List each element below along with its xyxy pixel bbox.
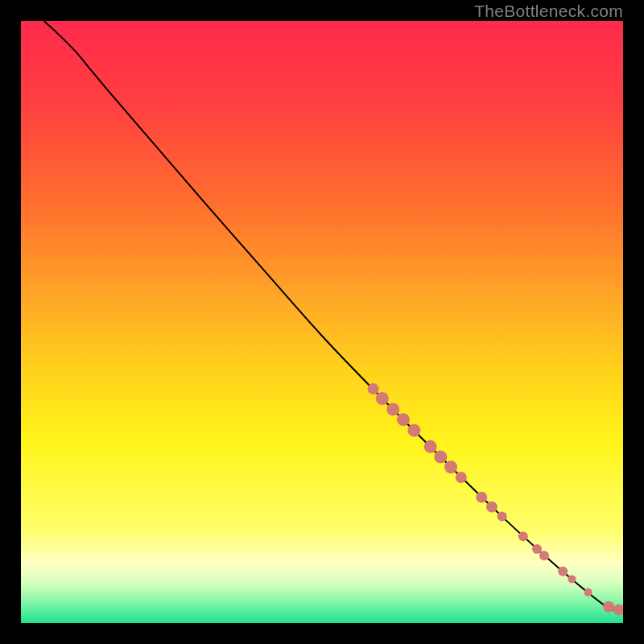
curve-marker (386, 402, 399, 415)
plot-area (21, 21, 623, 623)
watermark-text: TheBottleneck.com (474, 2, 623, 21)
curve-marker (444, 460, 457, 473)
gradient-background (21, 21, 623, 623)
curve-marker (539, 551, 549, 560)
curve-marker (568, 575, 576, 583)
curve-marker (486, 502, 497, 513)
curve-marker (376, 392, 389, 405)
curve-marker (424, 440, 437, 453)
curve-marker (476, 492, 487, 503)
curve-marker (407, 424, 420, 437)
curve-marker (434, 451, 447, 464)
curve-marker (603, 601, 614, 613)
curve-marker (518, 531, 528, 541)
chart-svg (21, 21, 623, 623)
curve-marker (368, 383, 379, 394)
curve-marker (558, 567, 568, 576)
curve-marker (584, 588, 592, 597)
chart-stage: TheBottleneck.com (0, 0, 644, 644)
curve-marker (497, 512, 507, 522)
curve-marker (456, 472, 467, 483)
curve-marker (532, 544, 542, 554)
curve-marker (397, 413, 410, 426)
